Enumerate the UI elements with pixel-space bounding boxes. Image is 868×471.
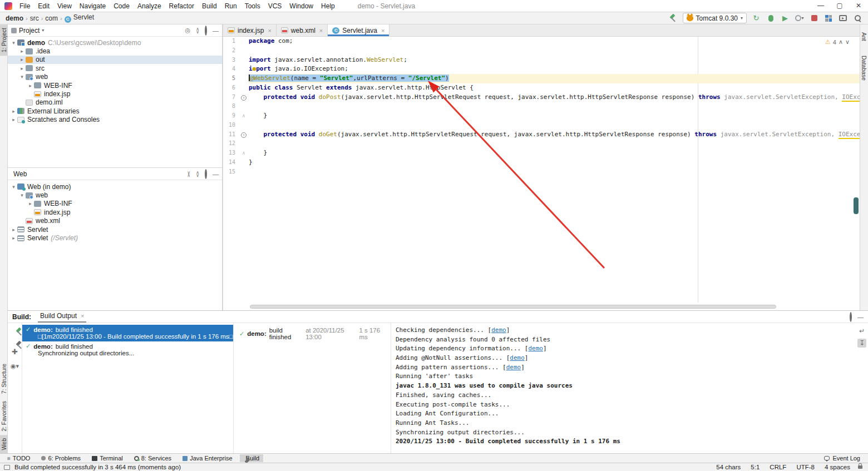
menu-item-analyze[interactable]: Analyze: [134, 1, 165, 11]
code-line-14[interactable]: 14}: [223, 158, 860, 167]
collapse-all-icon[interactable]: ∧∨: [196, 28, 199, 33]
tab-Servlet-java[interactable]: CServlet.java×: [328, 24, 389, 36]
build-hammer-icon[interactable]: [668, 13, 678, 23]
web-tree-row-Web-in-demo-[interactable]: ▾Web (in demo): [8, 182, 222, 191]
expand-all-icon[interactable]: ∨∧: [187, 171, 190, 177]
build-event-1[interactable]: ✓demo: build finishedSynchronizing outpu…: [22, 341, 233, 358]
console-link-demo[interactable]: demo: [510, 354, 525, 361]
locate-file-icon[interactable]: ◎: [185, 27, 191, 34]
code-editor[interactable]: 1package com;23import javax.servlet.anno…: [223, 37, 860, 303]
lock-icon[interactable]: [858, 465, 862, 469]
breadcrumb-item-src[interactable]: src: [30, 14, 39, 22]
coverage-icon[interactable]: ▶: [780, 13, 790, 23]
code-line-5[interactable]: 5@WebServlet(name = "Servlet",urlPattern…: [223, 74, 860, 83]
stripe-tab-7-Structure[interactable]: 7: Structure: [0, 360, 8, 397]
project-tree-row--idea[interactable]: ▸.idea: [8, 47, 222, 55]
toolwindow-toggle-icon[interactable]: [4, 465, 10, 470]
collapse-all-icon[interactable]: ∧∨: [196, 171, 199, 177]
chevron-down-icon[interactable]: ▾: [18, 192, 26, 198]
web-tree-row-index-jsp[interactable]: index.jsp: [8, 208, 222, 216]
hide-panel-icon[interactable]: —: [213, 171, 219, 177]
next-warning-icon[interactable]: ∨: [845, 38, 850, 46]
breadcrumb-item-demo[interactable]: demo: [6, 14, 23, 22]
chevron-right-icon[interactable]: ▸: [18, 48, 26, 54]
code-line-13[interactable]: 13∧ }: [223, 148, 860, 158]
status-widget-54-chars[interactable]: 54 chars: [716, 464, 741, 470]
preview-screen-icon[interactable]: [838, 13, 848, 23]
status-widget-5-1[interactable]: 5:1: [751, 464, 760, 470]
menu-item-build[interactable]: Build: [198, 1, 221, 11]
menu-item-refactor[interactable]: Refactor: [165, 1, 198, 11]
tab-web-xml[interactable]: web.xml×: [277, 24, 328, 36]
project-tree-row-demo-iml[interactable]: demo.iml: [8, 98, 222, 107]
profiler-icon[interactable]: ▾: [795, 13, 805, 23]
web-tree-row-Servlet[interactable]: ▸Servlet(/Servlet): [8, 234, 222, 242]
code-line-10[interactable]: 10: [223, 121, 860, 130]
stop-icon[interactable]: [809, 13, 819, 23]
code-line-4[interactable]: 4i●port java.io.IOException;: [223, 65, 860, 74]
menu-item-tools[interactable]: Tools: [241, 1, 264, 11]
debug-icon[interactable]: [766, 13, 776, 23]
close-icon[interactable]: ×: [268, 27, 271, 34]
tool-tab-6-Problems[interactable]: 6: Problems: [37, 454, 85, 462]
menu-item-view[interactable]: View: [53, 1, 76, 11]
breadcrumb-item-com[interactable]: com: [45, 14, 58, 22]
status-message[interactable]: Build completed successfully in 3 s 464 …: [14, 464, 181, 470]
code-line-2[interactable]: 2: [223, 46, 860, 56]
project-tree-row-External-Libraries[interactable]: ▸External Libraries: [8, 107, 222, 115]
menu-item-navigate[interactable]: Navigate: [76, 1, 110, 11]
web-tree-row-web[interactable]: ▾web: [8, 191, 222, 199]
project-tree-row-WEB-INF[interactable]: ▸WEB-INF: [8, 81, 222, 90]
project-tree-row-out[interactable]: ▸out: [8, 56, 222, 64]
chevron-right-icon[interactable]: ▸: [27, 201, 34, 206]
breadcrumb-item-Servlet[interactable]: CServlet: [65, 13, 94, 23]
tool-tab-TODO[interactable]: ≡TODO: [3, 454, 34, 462]
services-grid-icon[interactable]: [823, 13, 834, 23]
chevron-right-icon[interactable]: ▸: [10, 117, 17, 122]
menu-item-run[interactable]: Run: [221, 1, 241, 11]
chevron-right-icon[interactable]: ▸: [18, 57, 26, 62]
settings-gear-icon[interactable]: [205, 170, 207, 178]
maximize-icon[interactable]: ▢: [830, 0, 849, 12]
code-line-9[interactable]: 9∧ }: [223, 111, 860, 121]
code-line-8[interactable]: 8: [223, 102, 860, 111]
web-tree-row-Servlet[interactable]: ▸Servlet: [8, 225, 222, 234]
chevron-right-icon[interactable]: ▸: [10, 227, 17, 232]
settings-gear-icon[interactable]: [850, 313, 852, 321]
menu-item-help[interactable]: Help: [317, 1, 339, 11]
tool-tab-Build[interactable]: Build: [240, 454, 263, 462]
tool-tab-8-Services[interactable]: 8: Services: [130, 454, 175, 462]
code-line-3[interactable]: 3import javax.servlet.annotation.WebServ…: [223, 56, 860, 65]
close-icon[interactable]: ✕: [849, 0, 868, 12]
chevron-right-icon[interactable]: ▸: [27, 83, 34, 88]
menu-item-file[interactable]: File: [16, 1, 34, 11]
stripe-tab-1-Project[interactable]: 1: Project: [0, 24, 8, 56]
chevron-right-icon[interactable]: ▸: [10, 108, 17, 114]
menu-item-code[interactable]: Code: [110, 1, 134, 11]
build-event-0[interactable]: ✓demo: build finished□[1m2020/11/25 13:0…: [22, 325, 233, 341]
web-tree-row-web-xml[interactable]: web.xml: [8, 217, 222, 225]
chevron-right-icon[interactable]: ▸: [10, 235, 17, 241]
run-icon[interactable]: ↻: [751, 13, 761, 23]
run-configuration-select[interactable]: Tomcat 9.0.30 ▾: [683, 13, 747, 23]
chevron-down-icon[interactable]: ▾: [10, 184, 17, 190]
scroll-to-end-icon[interactable]: ↧: [857, 339, 866, 348]
pin-icon[interactable]: ✚: [12, 348, 18, 356]
code-line-15[interactable]: 15: [223, 167, 860, 177]
tab-build-output[interactable]: Build Output ×: [38, 311, 86, 323]
stripe-tab-2-Favorites[interactable]: 2: Favorites: [0, 398, 8, 435]
search-everywhere-icon[interactable]: [852, 13, 862, 23]
hide-panel-icon[interactable]: —: [857, 314, 864, 320]
hide-panel-icon[interactable]: —: [213, 27, 219, 34]
build-console[interactable]: Checking dependencies... [demo]Dependenc…: [391, 323, 856, 453]
project-tree-row-demo[interactable]: ▾demoC:\Users\gcswei\Desktop\demo: [8, 38, 222, 47]
filter-icon[interactable]: ◉▾: [11, 363, 19, 370]
minimize-icon[interactable]: —: [811, 0, 830, 12]
project-tree-row-src[interactable]: ▸src: [8, 64, 222, 72]
settings-gear-icon[interactable]: [205, 27, 207, 34]
menu-item-window[interactable]: Window: [285, 1, 317, 11]
chevron-right-icon[interactable]: ▸: [18, 66, 26, 71]
menu-item-edit[interactable]: Edit: [34, 1, 53, 11]
close-icon[interactable]: ×: [319, 27, 323, 34]
close-icon[interactable]: ×: [381, 27, 384, 34]
